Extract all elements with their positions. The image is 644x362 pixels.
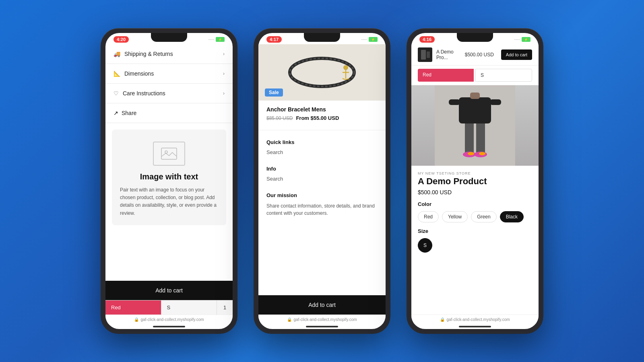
- gap-1: [266, 158, 378, 166]
- url-text-1: gaf-click-and-collect.myshopify.com: [140, 317, 204, 322]
- svg-point-1: [165, 151, 167, 153]
- phone-3: 4:16 ···· ⚡ A Demo Pro... $500.00 USD: [407, 28, 543, 334]
- demo-product-title: A Demo Product: [418, 176, 532, 187]
- status-bar-3: 4:16 ···· ⚡: [411, 33, 539, 44]
- share-row[interactable]: ↗ Share: [105, 103, 233, 123]
- size-section-title: Size: [418, 228, 532, 234]
- placeholder-svg: [161, 148, 177, 160]
- notch-2: [304, 33, 340, 42]
- battery-icon: ⚡: [216, 37, 225, 42]
- thumb-image: [418, 47, 432, 62]
- phone-2: 4:17 ···· ⚡: [254, 28, 390, 334]
- battery-icon-3: ⚡: [522, 37, 530, 42]
- lock-icon-2: 🔒: [287, 317, 292, 322]
- qty-input-1[interactable]: 1: [217, 300, 233, 315]
- image-text-desc: Pair text with an image to focus on your…: [120, 186, 218, 217]
- quick-links-title: Quick links: [266, 139, 378, 145]
- accordion-item-shipping[interactable]: 🚚 Shipping & Returns ›: [105, 44, 233, 64]
- accordion-item-dimensions[interactable]: 📐 Dimensions ›: [105, 64, 233, 83]
- svg-rect-16: [490, 99, 501, 105]
- battery-icon-2: ⚡: [369, 37, 378, 42]
- color-option-yellow[interactable]: Yellow: [442, 211, 468, 222]
- dimensions-label: Dimensions: [124, 70, 154, 77]
- notch-3: [457, 33, 493, 42]
- status-time-1: 4:20: [114, 36, 129, 43]
- accordion-left-shipping: 🚚 Shipping & Returns: [114, 51, 173, 57]
- mission-title: Our mission: [266, 192, 378, 198]
- sticky-add-button[interactable]: Add to cart: [501, 49, 532, 60]
- signal-icon: ····: [208, 37, 214, 41]
- image-placeholder: [153, 142, 185, 166]
- url-bar-2: 🔒 gaf-click-and-collect.myshopify.com: [258, 315, 386, 324]
- home-indicator-1: [153, 326, 185, 327]
- share-icon: ↗: [114, 110, 118, 116]
- chevron-icon-care: ›: [223, 90, 225, 96]
- chevron-icon-shipping: ›: [223, 51, 225, 57]
- price-row-2: $85.00 USD From $55.00 USD: [266, 115, 378, 121]
- dimensions-icon: 📐: [114, 70, 120, 77]
- info-search[interactable]: Search: [266, 176, 378, 182]
- mission-text: Share contact information, store details…: [266, 202, 378, 217]
- color-option-green[interactable]: Green: [471, 211, 496, 222]
- sticky-product-name: A Demo Pro...: [436, 49, 461, 60]
- phone-2-frame: 4:17 ···· ⚡: [254, 28, 390, 334]
- svg-rect-14: [459, 97, 491, 123]
- phone-1-screen: 4:20 ···· ⚡ 🚚 Shipping & Returns ›: [105, 33, 233, 329]
- signal-icon-3: ····: [514, 37, 520, 41]
- product-details: MY NEW TSETING STORE A Demo Product $500…: [411, 166, 539, 315]
- accordion-left-care: ♡ Care Instructions: [114, 90, 165, 97]
- color-inputs-row: Red S: [411, 66, 539, 85]
- status-icons-1: ···· ⚡: [208, 37, 225, 42]
- phone-1-frame: 4:20 ···· ⚡ 🚚 Shipping & Returns ›: [101, 28, 237, 334]
- phone-2-screen: 4:17 ···· ⚡: [258, 33, 386, 329]
- image-text-title: Image with text: [140, 172, 198, 181]
- status-time-3: 4:16: [419, 36, 435, 43]
- sale-price-2: From $55.00 USD: [296, 115, 339, 121]
- divider-1: [258, 130, 386, 130]
- product-img-content: [411, 85, 539, 166]
- home-indicator-3: [459, 326, 491, 327]
- lock-icon-1: 🔒: [134, 317, 139, 322]
- footer-links: Quick links Search Info Search Our missi…: [258, 134, 386, 295]
- original-price-2: $85.00 USD: [266, 115, 293, 121]
- quick-links-search[interactable]: Search: [266, 149, 378, 155]
- size-input-3[interactable]: S: [475, 69, 532, 82]
- image-text-block: Image with text Pair text with an image …: [112, 130, 226, 225]
- sale-badge: Sale: [265, 88, 283, 97]
- color-option-black[interactable]: Black: [500, 211, 524, 222]
- sticky-price: $500.00 USD: [465, 52, 494, 58]
- status-time-2: 4:17: [266, 36, 282, 43]
- info-title: Info: [266, 166, 378, 172]
- color-input-3[interactable]: Red: [418, 69, 474, 82]
- add-to-cart-bar-1[interactable]: Add to cart: [105, 281, 233, 300]
- accordion-shipping: 🚚 Shipping & Returns ›: [105, 44, 233, 64]
- product-info-section: Anchor Bracelet Mens $85.00 USD From $55…: [258, 101, 386, 127]
- svg-point-20: [468, 152, 474, 155]
- svg-rect-17: [470, 93, 480, 99]
- svg-rect-15: [449, 99, 460, 105]
- care-icon: ♡: [114, 90, 119, 97]
- size-option-s[interactable]: S: [418, 238, 432, 253]
- chevron-icon-dimensions: ›: [223, 71, 225, 76]
- status-bar-1: 4:20 ···· ⚡: [105, 33, 233, 44]
- color-input-1[interactable]: Red: [105, 300, 161, 315]
- status-bar-2: 4:17 ···· ⚡: [258, 33, 386, 44]
- cart-inputs-1: Red S 1: [105, 300, 233, 315]
- sticky-thumb: [418, 47, 432, 62]
- lock-icon-3: 🔒: [440, 317, 445, 322]
- status-icons-3: ···· ⚡: [514, 37, 530, 42]
- accordion-left-dimensions: 📐 Dimensions: [114, 70, 154, 77]
- demo-product-price: $500.00 USD: [418, 189, 532, 195]
- size-input-1[interactable]: S: [161, 300, 217, 315]
- shipping-label: Shipping & Returns: [124, 51, 173, 57]
- care-label: Care Instructions: [123, 90, 165, 97]
- home-indicator-2: [306, 326, 338, 327]
- add-to-cart-bar-2[interactable]: Add to cart: [258, 295, 386, 315]
- accordion-item-care[interactable]: ♡ Care Instructions ›: [105, 84, 233, 103]
- shipping-icon: 🚚: [114, 51, 120, 57]
- color-option-red[interactable]: Red: [418, 211, 439, 222]
- product-main-image: [411, 85, 539, 166]
- status-icons-2: ···· ⚡: [361, 37, 378, 42]
- color-section-title: Color: [418, 201, 532, 207]
- phone-1: 4:20 ···· ⚡ 🚚 Shipping & Returns ›: [101, 28, 237, 334]
